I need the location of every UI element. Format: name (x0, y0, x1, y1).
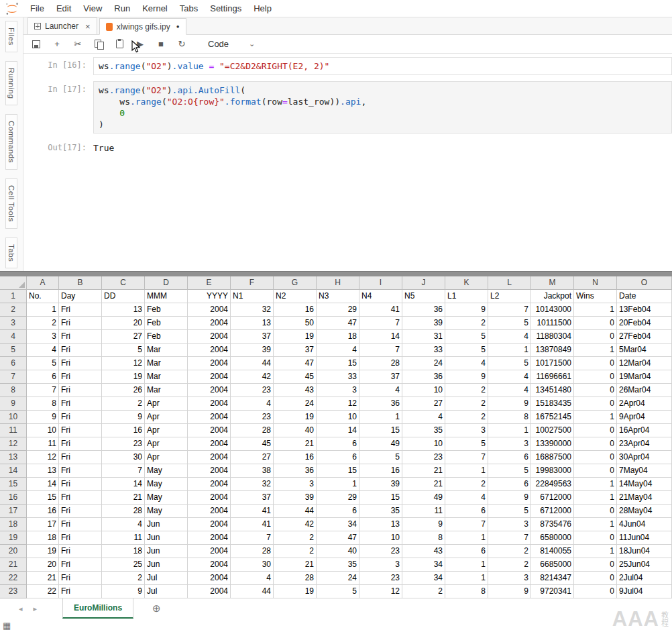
cell-E16[interactable]: 2004 (188, 491, 231, 505)
cell-J5[interactable]: 33 (402, 344, 445, 357)
row-header-7[interactable]: 7 (0, 370, 27, 384)
cell-C5[interactable]: 5 (102, 344, 145, 357)
cell-J17[interactable]: 11 (402, 505, 445, 518)
cell-J11[interactable]: 35 (402, 424, 445, 437)
cell-E9[interactable]: 2004 (188, 397, 231, 411)
cell-F15[interactable]: 32 (231, 478, 274, 491)
cell-H5[interactable]: 4 (317, 344, 359, 357)
cell-K18[interactable]: 7 (445, 518, 488, 531)
cell-F16[interactable]: 37 (231, 491, 274, 505)
cell-G10[interactable]: 19 (274, 411, 317, 424)
cell-E11[interactable]: 2004 (188, 424, 231, 437)
row-header-20[interactable]: 20 (0, 545, 27, 558)
cell-O9[interactable]: 2Apr04 (617, 397, 672, 411)
cell-C1[interactable]: DD (102, 290, 145, 303)
cell-N8[interactable]: 0 (574, 384, 617, 397)
cell-K10[interactable]: 2 (445, 411, 488, 424)
cell-E18[interactable]: 2004 (188, 518, 231, 531)
cell-B14[interactable]: Fri (59, 464, 102, 478)
sidebar-tab-running[interactable]: Running (5, 61, 17, 105)
tab-xlwings-gifs-ipy[interactable]: xlwings gifs.ipy● (99, 18, 186, 35)
cell-G23[interactable]: 19 (274, 585, 317, 598)
cell-L2[interactable]: 7 (488, 303, 531, 317)
cell-F22[interactable]: 4 (231, 572, 274, 585)
cell-G21[interactable]: 21 (274, 558, 317, 572)
cell-O21[interactable]: 25Jun04 (617, 558, 672, 572)
cell-H11[interactable]: 14 (317, 424, 359, 437)
cell-D13[interactable]: Apr (145, 451, 188, 464)
cell-C22[interactable]: 2 (102, 572, 145, 585)
cell-C14[interactable]: 7 (102, 464, 145, 478)
cell-F6[interactable]: 44 (231, 357, 274, 370)
cell-G1[interactable]: N2 (274, 290, 317, 303)
cell-L21[interactable]: 2 (488, 558, 531, 572)
cell-M6[interactable]: 10171500 (531, 357, 574, 370)
row-header-19[interactable]: 19 (0, 531, 27, 545)
cell-E2[interactable]: 2004 (188, 303, 231, 317)
cell-H2[interactable]: 29 (317, 303, 359, 317)
cell-L8[interactable]: 4 (488, 384, 531, 397)
cell-M4[interactable]: 11880304 (531, 330, 574, 344)
cell-A12[interactable]: 11 (27, 437, 59, 451)
cell-L1[interactable]: L2 (488, 290, 531, 303)
cell-L20[interactable]: 2 (488, 545, 531, 558)
cell-K15[interactable]: 2 (445, 478, 488, 491)
cell-N6[interactable]: 0 (574, 357, 617, 370)
cell-A16[interactable]: 15 (27, 491, 59, 505)
cell-M15[interactable]: 22849563 (531, 478, 574, 491)
column-header-N[interactable]: N (574, 276, 617, 290)
row-header-1[interactable]: 1 (0, 290, 27, 303)
cell-H14[interactable]: 15 (317, 464, 359, 478)
add-cell-icon[interactable]: + (52, 39, 62, 49)
cell-D4[interactable]: Feb (145, 330, 188, 344)
row-header-3[interactable]: 3 (0, 317, 27, 330)
cell-I7[interactable]: 37 (359, 370, 402, 384)
cell-C8[interactable]: 26 (102, 384, 145, 397)
cell-A14[interactable]: 13 (27, 464, 59, 478)
cell-I9[interactable]: 36 (359, 397, 402, 411)
cell-F23[interactable]: 44 (231, 585, 274, 598)
cell-H1[interactable]: N3 (317, 290, 359, 303)
cell-L18[interactable]: 3 (488, 518, 531, 531)
cell-L4[interactable]: 4 (488, 330, 531, 344)
cell-C15[interactable]: 14 (102, 478, 145, 491)
cell-I19[interactable]: 10 (359, 531, 402, 545)
cell-A18[interactable]: 17 (27, 518, 59, 531)
cell-E17[interactable]: 2004 (188, 505, 231, 518)
cell-A23[interactable]: 22 (27, 585, 59, 598)
cell-A13[interactable]: 12 (27, 451, 59, 464)
cell-D8[interactable]: Mar (145, 384, 188, 397)
cell-J4[interactable]: 31 (402, 330, 445, 344)
cell-N17[interactable]: 0 (574, 505, 617, 518)
cell-J15[interactable]: 21 (402, 478, 445, 491)
cell-G20[interactable]: 2 (274, 545, 317, 558)
cell-N14[interactable]: 0 (574, 464, 617, 478)
cell-A20[interactable]: 19 (27, 545, 59, 558)
cell-D6[interactable]: Mar (145, 357, 188, 370)
cell-N7[interactable]: 0 (574, 370, 617, 384)
cell-A3[interactable]: 2 (27, 317, 59, 330)
cell-C6[interactable]: 12 (102, 357, 145, 370)
cell-G3[interactable]: 50 (274, 317, 317, 330)
cell-K14[interactable]: 1 (445, 464, 488, 478)
cell-A11[interactable]: 10 (27, 424, 59, 437)
cell-H8[interactable]: 3 (317, 384, 359, 397)
sheet-nav-right-icon[interactable]: ▸ (34, 604, 38, 613)
cell-A9[interactable]: 8 (27, 397, 59, 411)
cell-N3[interactable]: 0 (574, 317, 617, 330)
menu-settings[interactable]: Settings (204, 0, 247, 17)
cell-E10[interactable]: 2004 (188, 411, 231, 424)
cell-I6[interactable]: 28 (359, 357, 402, 370)
cell-M14[interactable]: 19983000 (531, 464, 574, 478)
cell-D18[interactable]: Jun (145, 518, 188, 531)
cell-I11[interactable]: 15 (359, 424, 402, 437)
cell-F9[interactable]: 4 (231, 397, 274, 411)
cell-D1[interactable]: MMM (145, 290, 188, 303)
add-sheet-icon[interactable]: ⊕ (152, 602, 161, 615)
cell-I4[interactable]: 14 (359, 330, 402, 344)
cell-E5[interactable]: 2004 (188, 344, 231, 357)
cell-G18[interactable]: 42 (274, 518, 317, 531)
cell-F5[interactable]: 39 (231, 344, 274, 357)
cell-M2[interactable]: 10143000 (531, 303, 574, 317)
cell-G16[interactable]: 39 (274, 491, 317, 505)
